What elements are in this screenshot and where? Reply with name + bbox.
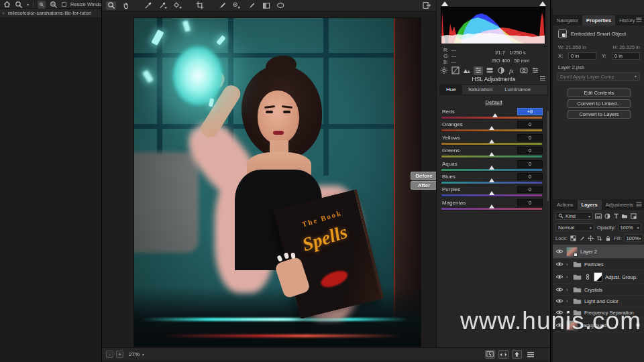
layer-name[interactable]: Particles <box>584 261 604 267</box>
hsl-panel-icon[interactable] <box>474 66 483 75</box>
lock-transparency-icon[interactable] <box>570 235 576 241</box>
after-button[interactable]: After <box>411 181 437 190</box>
split-toning-panel-icon[interactable] <box>485 66 494 75</box>
zoom-tool-caret-icon[interactable]: ▾ <box>27 2 29 7</box>
expand-chevron-icon[interactable]: › <box>566 274 570 280</box>
slider-thumb[interactable] <box>489 139 494 143</box>
lens-corrections-panel-icon[interactable] <box>496 66 506 75</box>
zoom-out-icon[interactable] <box>50 1 58 9</box>
tab-adjustments[interactable]: Adjustments <box>602 200 637 210</box>
tone-curve-panel-icon[interactable] <box>451 66 460 75</box>
camera-calibration-panel-icon[interactable] <box>519 66 529 75</box>
zoom-in-button[interactable]: + <box>116 351 123 358</box>
layer-name[interactable]: Light and Color <box>584 298 619 304</box>
slider-track[interactable] <box>441 208 542 210</box>
acr-zoom-tool-icon[interactable] <box>106 1 116 10</box>
filter-type-layers-icon[interactable] <box>612 213 619 219</box>
visibility-eye-icon[interactable] <box>555 286 564 294</box>
opacity-dropdown[interactable]: 100% ▾ <box>619 223 641 231</box>
properties-panel-menu-icon[interactable] <box>636 17 642 22</box>
slider-track[interactable] <box>441 194 542 196</box>
slider-value-input[interactable]: 0 <box>517 186 543 193</box>
tab-navigator[interactable]: Navigator <box>553 15 582 25</box>
default-link[interactable]: Default <box>437 99 551 105</box>
tab-actions[interactable]: Actions <box>553 200 578 210</box>
slider-value-input[interactable]: 0 <box>517 121 543 128</box>
view-settings-menu-icon[interactable] <box>525 350 535 359</box>
layer-row-light-and-color[interactable]: › Light and Color <box>553 296 644 307</box>
lock-position-icon[interactable] <box>588 235 594 241</box>
layer-row-adjust-group[interactable]: › Adjust. Group. <box>553 270 644 284</box>
targeted-adjustment-icon[interactable] <box>172 1 182 10</box>
slider-thumb[interactable] <box>489 178 494 182</box>
slider-track[interactable] <box>441 182 542 184</box>
visibility-eye-icon[interactable] <box>555 260 564 268</box>
layer-name[interactable]: Crystals <box>584 287 602 293</box>
expand-chevron-icon[interactable]: › <box>566 261 570 267</box>
slider-value-input[interactable]: 0 <box>517 134 543 141</box>
graduated-filter-icon[interactable] <box>261 1 271 10</box>
document-tab[interactable]: × milesofcolor-sarahatoms-file-for-tutor… <box>0 9 102 17</box>
layer-row-particles[interactable]: › Particles <box>553 259 644 270</box>
tab-hue[interactable]: Hue <box>440 85 462 95</box>
slider-track[interactable] <box>441 169 542 171</box>
shadow-clipping-icon[interactable] <box>441 1 448 6</box>
slider-thumb[interactable] <box>489 152 494 156</box>
layer-comp-dropdown[interactable]: Don't Apply Layer Comp ▾ <box>557 72 640 81</box>
expand-chevron-icon[interactable]: › <box>566 287 570 293</box>
slider-track[interactable] <box>441 129 542 131</box>
layer-mask-thumbnail[interactable] <box>594 272 602 282</box>
slider-track[interactable] <box>441 117 542 119</box>
filter-kind-dropdown[interactable]: Kind ▾ <box>555 212 593 220</box>
crop-tool-icon[interactable] <box>195 1 205 10</box>
layers-panel-menu-icon[interactable] <box>636 202 642 206</box>
resize-windows-checkbox[interactable] <box>62 2 66 7</box>
lock-all-icon[interactable] <box>605 235 611 241</box>
copy-settings-icon[interactable] <box>512 350 522 359</box>
white-balance-eyedropper-icon[interactable] <box>143 1 153 10</box>
slider-thumb[interactable] <box>489 166 494 170</box>
expand-chevron-icon[interactable]: › <box>566 298 570 304</box>
presets-panel-icon[interactable] <box>531 66 540 75</box>
photo-preview[interactable]: The Book Spells <box>134 18 421 347</box>
zoom-level[interactable]: 27% <box>129 351 140 357</box>
zoom-in-icon[interactable] <box>38 1 46 9</box>
slider-value-input[interactable]: 0 <box>517 147 543 154</box>
hsl-panel-menu-icon[interactable] <box>539 76 546 81</box>
slider-value-input[interactable]: 0 <box>517 199 543 206</box>
filter-adjustment-layers-icon[interactable] <box>604 213 610 219</box>
slider-track[interactable] <box>441 143 542 145</box>
edit-contents-button[interactable]: Edit Contents <box>568 88 631 97</box>
slider-value-input[interactable]: 0 <box>517 173 543 180</box>
zoom-level-caret-icon[interactable]: ▾ <box>142 352 144 357</box>
color-sampler-icon[interactable] <box>158 1 168 10</box>
slider-track[interactable] <box>441 156 542 158</box>
slider-value-input[interactable]: 0 <box>517 160 543 168</box>
lock-artboard-icon[interactable] <box>596 235 602 241</box>
basic-panel-icon[interactable] <box>439 66 449 75</box>
convert-to-layers-button[interactable]: Convert to Layers <box>568 110 631 119</box>
zoom-tool-icon[interactable] <box>15 1 23 9</box>
x-field[interactable]: 0 in <box>568 52 596 60</box>
tab-saturation[interactable]: Saturation <box>462 85 498 95</box>
adjustment-brush-icon[interactable] <box>246 1 256 10</box>
fill-dropdown[interactable]: 100% ▾ <box>625 234 643 242</box>
before-after-view-icon[interactable] <box>485 350 495 359</box>
tab-luminance[interactable]: Luminance <box>498 85 537 95</box>
tab-close-icon[interactable]: × <box>2 9 5 17</box>
slider-thumb[interactable] <box>489 191 494 195</box>
visibility-eye-icon[interactable] <box>555 273 564 281</box>
home-icon[interactable] <box>3 1 11 9</box>
visibility-eye-icon[interactable] <box>555 297 564 305</box>
filter-smart-objects-icon[interactable] <box>630 213 637 219</box>
layer-row-layer-2[interactable]: Layer 2 <box>553 245 644 259</box>
red-eye-removal-icon[interactable] <box>231 1 241 10</box>
layer-row-crystals[interactable]: › Crystals <box>553 284 644 296</box>
tab-properties[interactable]: Properties <box>582 15 615 25</box>
tab-layers[interactable]: Layers <box>578 200 602 210</box>
effects-panel-icon[interactable]: fx <box>508 66 517 75</box>
radial-filter-icon[interactable] <box>276 1 286 10</box>
slider-value-input[interactable]: +8 <box>517 108 543 115</box>
scrollbar[interactable] <box>547 111 549 201</box>
filter-shape-layers-icon[interactable] <box>621 213 628 219</box>
